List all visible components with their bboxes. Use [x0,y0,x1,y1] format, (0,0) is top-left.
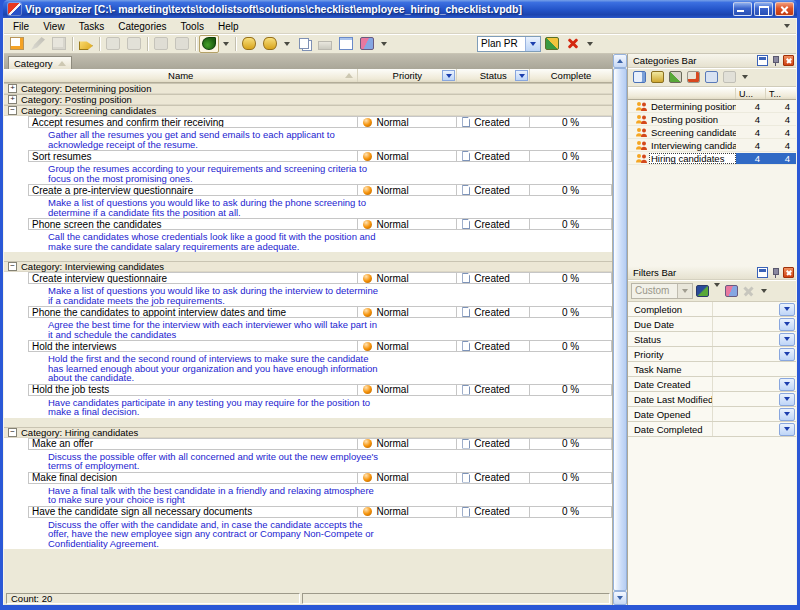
category-list-item[interactable]: Posting position44 [628,113,796,126]
task-name-cell[interactable]: Hold the interviews [28,340,358,352]
duplicate-task-button[interactable] [49,35,69,53]
edit-category-button[interactable] [667,69,684,85]
toolbar-overflow-icon[interactable] [587,42,593,46]
new-task-button[interactable] [7,35,27,53]
categories-uncompleted-column[interactable]: U... [736,88,766,99]
column-header-priority[interactable]: Priority [358,69,457,82]
menu-tasks[interactable]: Tasks [72,20,112,33]
filter-value-field[interactable] [712,302,779,316]
print-button[interactable] [315,35,335,53]
task-name-cell[interactable]: Hold the job tests [28,384,358,396]
mark-complete-button[interactable] [103,35,123,53]
restore-database-button[interactable] [260,35,280,53]
filters-bar-close-button[interactable] [783,267,794,278]
task-name-cell[interactable]: Make final decision [28,472,358,484]
vertical-scrollbar[interactable] [613,54,627,605]
column-header-complete[interactable]: Complete [530,69,612,82]
edit-filter-button[interactable] [694,283,711,299]
task-name-cell[interactable]: Sort resumes [28,150,358,162]
clear-filter-button[interactable] [723,283,740,299]
task-complete-cell[interactable]: 0 % [530,116,612,128]
collapse-icon[interactable]: − [8,428,17,437]
filter-dropdown-button[interactable] [779,348,795,361]
task-priority-cell[interactable]: Normal [358,272,457,284]
filter-value-field[interactable] [712,347,779,361]
task-priority-cell[interactable]: Normal [358,438,457,450]
category-group-row[interactable]: −Category: Screening candidates [4,105,612,116]
task-name-cell[interactable]: Create interview questionnaire [28,272,358,284]
move-up-button[interactable] [151,35,171,53]
category-list-item[interactable]: Interviewing candidates44 [628,139,796,152]
task-status-cell[interactable]: Created [457,218,530,230]
categories-name-column[interactable] [628,88,736,99]
task-complete-cell[interactable]: 0 % [530,184,612,196]
task-row[interactable]: Sort resumesNormalCreated0 % [4,150,612,162]
category-group-row[interactable]: +Category: Posting position [4,94,612,105]
mark-incomplete-button[interactable] [124,35,144,53]
categories-bar-float-button[interactable] [757,55,768,66]
priority-filter-dropdown[interactable] [442,70,455,81]
scroll-thumb[interactable] [613,68,627,591]
edit-filter-dropdown-icon[interactable] [714,283,720,287]
task-priority-cell[interactable]: Normal [358,472,457,484]
preview-button[interactable] [336,35,356,53]
tags-button[interactable] [76,35,96,53]
delete-workspace-button[interactable] [563,35,583,53]
task-priority-cell[interactable]: Normal [358,306,457,318]
task-complete-cell[interactable]: 0 % [530,150,612,162]
filter-value-field[interactable] [712,392,779,406]
task-row[interactable]: Make an offerNormalCreated0 % [4,438,612,450]
menu-view[interactable]: View [36,20,72,33]
task-priority-cell[interactable]: Normal [358,340,457,352]
task-status-cell[interactable]: Created [457,306,530,318]
filter-dropdown-button[interactable] [779,318,795,331]
task-status-cell[interactable]: Created [457,472,530,484]
status-filter-dropdown[interactable] [515,70,528,81]
category-group-row[interactable]: −Category: Interviewing candidates [4,261,612,272]
copy-button[interactable] [294,35,314,53]
filter-preset-combo[interactable]: Custom [631,283,693,299]
filter-dropdown-button[interactable] [779,378,795,391]
task-complete-cell[interactable]: 0 % [530,306,612,318]
task-complete-cell[interactable]: 0 % [530,472,612,484]
filter-dropdown-button[interactable] [779,303,795,316]
expand-icon[interactable]: + [8,84,17,93]
task-priority-cell[interactable]: Normal [358,150,457,162]
collapse-icon[interactable]: − [8,106,17,115]
plan-combo[interactable]: Plan PR [477,36,541,52]
category-list-item[interactable]: Screening candidates44 [628,126,796,139]
group-by-category-button[interactable]: Category [8,56,72,69]
task-complete-cell[interactable]: 0 % [530,384,612,396]
filter-value-field[interactable] [712,317,779,331]
column-header-status[interactable]: Status [457,69,530,82]
menu-categories[interactable]: Categories [111,20,173,33]
category-options-button[interactable] [721,69,738,85]
menu-tools[interactable]: Tools [174,20,211,33]
menu-help[interactable]: Help [211,20,246,33]
task-row[interactable]: Have the candidate sign all necessary do… [4,506,612,518]
restore-button[interactable] [754,2,773,16]
show-notes-button[interactable] [199,35,219,53]
task-name-cell[interactable]: Make an offer [28,438,358,450]
task-name-cell[interactable]: Create a pre-interview questionnaire [28,184,358,196]
backup-database-button[interactable] [239,35,259,53]
category-group-row[interactable]: +Category: Determining position [4,83,612,94]
task-status-cell[interactable]: Created [457,150,530,162]
task-complete-cell[interactable]: 0 % [530,438,612,450]
filter-dropdown-button[interactable] [779,408,795,421]
filter-value-field[interactable] [712,377,779,391]
categories-total-column[interactable]: T... [766,88,796,99]
task-priority-cell[interactable]: Normal [358,384,457,396]
task-complete-cell[interactable]: 0 % [530,272,612,284]
toolbar-overflow-icon[interactable] [381,42,387,46]
category-list-item[interactable]: Determining position44 [628,100,796,113]
task-status-cell[interactable]: Created [457,272,530,284]
task-row[interactable]: Hold the interviewsNormalCreated0 % [4,340,612,352]
filter-value-field[interactable] [712,422,779,436]
task-name-cell[interactable]: Accept resumes and confirm their receivi… [28,116,358,128]
collapse-icon[interactable]: − [8,262,17,271]
close-button[interactable] [775,2,794,16]
filter-dropdown-button[interactable] [779,423,795,436]
task-name-cell[interactable]: Phone screen the candidates [28,218,358,230]
task-row[interactable]: Accept resumes and confirm their receivi… [4,116,612,128]
